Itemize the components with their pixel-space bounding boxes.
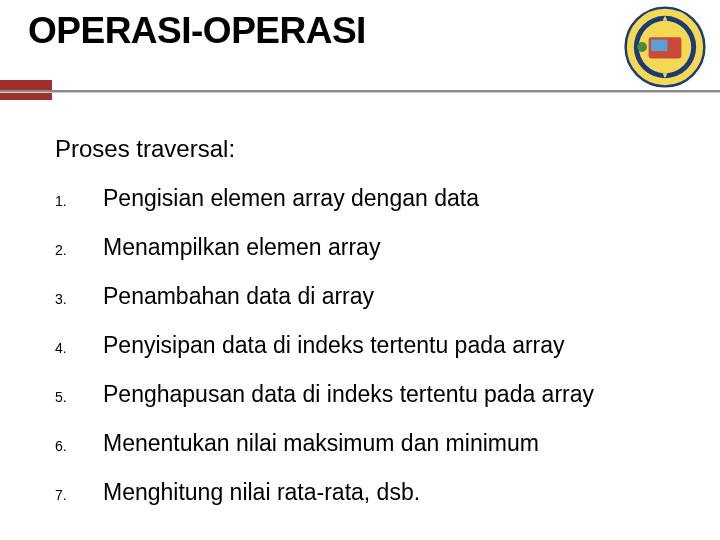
- slide-content: Proses traversal: 1. Pengisian elemen ar…: [0, 95, 720, 506]
- list-item: 6. Menentukan nilai maksimum dan minimum: [55, 430, 675, 457]
- divider-line: [0, 90, 720, 92]
- list-item: 1. Pengisian elemen array dengan data: [55, 185, 675, 212]
- university-logo-icon: [624, 6, 706, 88]
- svg-point-5: [637, 42, 647, 52]
- list-item: 7. Menghitung nilai rata-rata, dsb.: [55, 479, 675, 506]
- subtitle: Proses traversal:: [55, 135, 675, 163]
- slide-title: OPERASI-OPERASI: [28, 10, 720, 52]
- list-text: Menampilkan elemen array: [103, 234, 380, 261]
- list-text: Penyisipan data di indeks tertentu pada …: [103, 332, 565, 359]
- list-item: 4. Penyisipan data di indeks tertentu pa…: [55, 332, 675, 359]
- items-list: 1. Pengisian elemen array dengan data 2.…: [55, 185, 675, 506]
- list-text: Penambahan data di array: [103, 283, 374, 310]
- list-number: 5.: [55, 389, 103, 405]
- list-number: 4.: [55, 340, 103, 356]
- list-text: Pengisian elemen array dengan data: [103, 185, 479, 212]
- list-text: Menentukan nilai maksimum dan minimum: [103, 430, 539, 457]
- list-text: Penghapusan data di indeks tertentu pada…: [103, 381, 594, 408]
- list-item: 3. Penambahan data di array: [55, 283, 675, 310]
- slide-header: OPERASI-OPERASI: [0, 0, 720, 95]
- list-text: Menghitung nilai rata-rata, dsb.: [103, 479, 420, 506]
- list-number: 3.: [55, 291, 103, 307]
- list-number: 2.: [55, 242, 103, 258]
- list-item: 2. Menampilkan elemen array: [55, 234, 675, 261]
- svg-rect-4: [651, 40, 667, 51]
- list-number: 1.: [55, 193, 103, 209]
- list-number: 6.: [55, 438, 103, 454]
- list-number: 7.: [55, 487, 103, 503]
- list-item: 5. Penghapusan data di indeks tertentu p…: [55, 381, 675, 408]
